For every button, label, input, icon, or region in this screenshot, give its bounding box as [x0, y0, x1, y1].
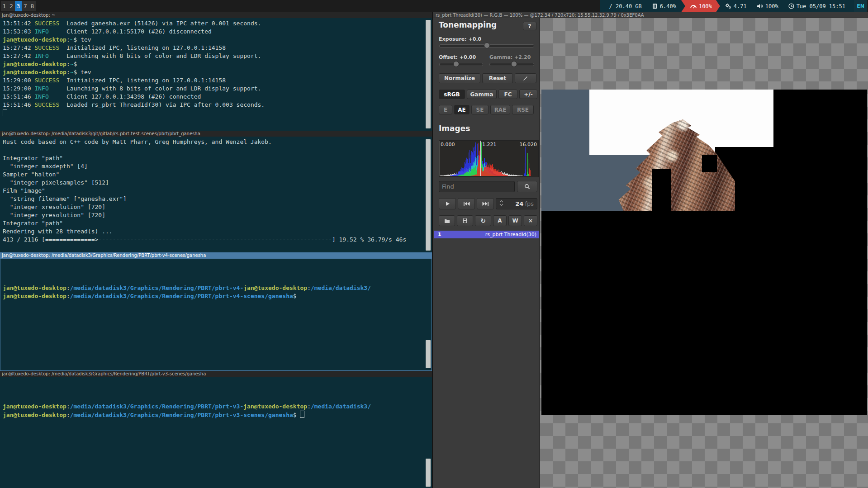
- offset-label: Offset: +0.00: [439, 54, 476, 60]
- rendered-image: [541, 90, 867, 415]
- terminal-line: 15:29:00 SUCCESS Initialized IPC, listen…: [3, 76, 432, 85]
- search-icon: [524, 184, 530, 190]
- play-button[interactable]: [439, 198, 456, 209]
- terminal-line: [3, 260, 432, 268]
- pick-color-button[interactable]: [515, 73, 536, 83]
- terminal-pane-body[interactable]: Rust code based on C++ code by Matt Phar…: [0, 137, 432, 252]
- status-text: / 20.40 GB: [609, 3, 642, 9]
- terminal-scrollbar[interactable]: [426, 139, 431, 251]
- pencil-icon: [523, 76, 528, 81]
- terminal-line: "integer yresolution" [720]: [3, 211, 432, 219]
- metric-se[interactable]: SE: [471, 105, 489, 114]
- metric-rae[interactable]: RAE: [490, 105, 510, 114]
- terminal-scrollbar[interactable]: [426, 459, 431, 487]
- terminal-pane-title[interactable]: jan@tuxedo-desktop: /media/datadisk3/Gra…: [0, 252, 432, 258]
- terminal-scrollbar[interactable]: [426, 340, 431, 368]
- fps-value: 24: [515, 200, 523, 207]
- workspace-button-8[interactable]: 8: [29, 1, 36, 11]
- tonemapping-heading: Tonemapping: [439, 20, 497, 29]
- exposure-slider[interactable]: [439, 44, 534, 47]
- histogram-max-label: 16.020: [520, 142, 537, 147]
- tonemap-mode-fc[interactable]: FC: [498, 90, 517, 99]
- normalize-button[interactable]: Normalize: [439, 73, 480, 83]
- terminal-pane-2[interactable]: jan@tuxedo-desktop: /media/datadisk3/git…: [0, 131, 432, 252]
- offset-slider[interactable]: [439, 63, 483, 66]
- histogram: 0.000 1.221 16.020: [439, 140, 539, 177]
- status-item-clock[interactable]: Tue 05/09 15:51: [783, 0, 850, 12]
- terminal-line: "integer maxdepth" [4]: [3, 162, 432, 171]
- find-button[interactable]: [517, 181, 537, 192]
- terminal-pane-body[interactable]: jan@tuxedo-desktop:/media/datadisk3/Grap…: [0, 377, 432, 488]
- reload-button[interactable]: ↻: [475, 215, 491, 226]
- gamma-slider[interactable]: [489, 63, 534, 66]
- terminal-line: Film "image": [3, 187, 432, 195]
- terminal-line: [3, 386, 432, 394]
- terminal-line: jan@tuxedo-desktop:~$ tev: [3, 36, 432, 44]
- status-item-memory[interactable]: 6.40%: [647, 0, 681, 12]
- terminal-line: jan@tuxedo-desktop:~$: [3, 60, 432, 68]
- terminal-cursor: [3, 109, 7, 116]
- terminal-pane-body[interactable]: 13:51:42 SUCCESS Loaded ganesha.exr (514…: [0, 18, 432, 131]
- terminal-pane-1[interactable]: jan@tuxedo-desktop: ~13:51:42 SUCCESS Lo…: [0, 12, 432, 131]
- tonemap-mode-gamma[interactable]: Gamma: [467, 90, 497, 99]
- status-item-disk[interactable]: / 20.40 GB: [604, 0, 647, 12]
- find-input[interactable]: [439, 181, 515, 192]
- keyboard-layout-badge[interactable]: EN: [854, 0, 867, 12]
- terminal-line: 15:51:46 SUCCESS Loaded rs_pbrt ThreadId…: [3, 101, 432, 109]
- terminal-pane-title[interactable]: jan@tuxedo-desktop: ~: [0, 12, 432, 18]
- skip-start-icon: [463, 201, 470, 206]
- workspace-button-7[interactable]: 7: [22, 1, 29, 11]
- save-image-button[interactable]: [457, 215, 473, 226]
- top-bar: 12378 / 20.40 GB6.40%100%4.71100%Tue 05/…: [0, 0, 868, 12]
- terminal-pane-title[interactable]: jan@tuxedo-desktop: /media/datadisk3/git…: [0, 131, 432, 137]
- floppy-icon: [462, 218, 468, 223]
- workspace-button-3[interactable]: 3: [15, 1, 22, 11]
- terminal-line: "string filename" ["ganesha.exr"]: [3, 195, 432, 203]
- terminal-line: [3, 276, 432, 284]
- terminal-pane-title[interactable]: jan@tuxedo-desktop: /media/datadisk3/Gra…: [0, 371, 432, 377]
- terminal-pane-body[interactable]: jan@tuxedo-desktop:/media/datadisk3/Grap…: [0, 258, 432, 371]
- status-text: Tue 05/09 15:51: [797, 3, 845, 9]
- skip-start-button[interactable]: [458, 198, 475, 209]
- terminal-pane-4[interactable]: jan@tuxedo-desktop: /media/datadisk3/Gra…: [0, 371, 432, 488]
- terminal-line: Rust code based on C++ code by Matt Phar…: [3, 138, 432, 146]
- terminal-pane-3[interactable]: jan@tuxedo-desktop: /media/datadisk3/Gra…: [0, 252, 432, 371]
- image-index: 1: [434, 231, 441, 238]
- tev-window: rs_pbrt ThreadId(30) — R,G,B — 100% — @1…: [432, 12, 868, 488]
- terminal-window[interactable]: jan@tuxedo-desktop: ~13:51:42 SUCCESS Lo…: [0, 12, 432, 488]
- status-item-gears[interactable]: 4.71: [720, 0, 752, 12]
- auto-fit-button[interactable]: A: [493, 215, 507, 226]
- tonemap-mode-srgb[interactable]: sRGB: [439, 90, 465, 99]
- histogram-min-label: 0.000: [441, 142, 455, 147]
- skip-end-button[interactable]: [477, 198, 494, 209]
- gamma-slider-knob[interactable]: [511, 61, 517, 67]
- terminal-line: [3, 268, 432, 276]
- image-list-item[interactable]: 1rs_pbrt ThreadId(30): [434, 231, 539, 238]
- unrendered-tile-notch-2: [702, 155, 717, 172]
- offset-slider-knob[interactable]: [453, 61, 459, 67]
- help-button[interactable]: ?: [523, 22, 536, 30]
- watch-button[interactable]: W: [508, 215, 522, 226]
- metric-rse[interactable]: RSE: [512, 105, 534, 114]
- terminal-line: 15:29:00 INFO Launching with 8 bits of c…: [3, 85, 432, 93]
- auto-fit-label: A: [498, 218, 502, 224]
- status-item-speaker[interactable]: 100%: [752, 0, 783, 12]
- open-file-button[interactable]: [439, 215, 455, 226]
- fps-spinner[interactable]: 24 fps: [496, 198, 537, 209]
- close-image-button[interactable]: ×: [524, 215, 537, 226]
- workspace-button-1[interactable]: 1: [1, 1, 8, 11]
- reset-button[interactable]: Reset: [482, 73, 513, 83]
- image-canvas[interactable]: [540, 18, 868, 488]
- watch-label: W: [512, 218, 518, 224]
- terminal-line: Rendering with 28 thread(s) ...: [3, 227, 432, 236]
- metric-e[interactable]: E: [439, 105, 452, 114]
- images-heading: Images: [439, 124, 470, 133]
- terminal-cursor: [300, 411, 304, 418]
- workspace-button-2[interactable]: 2: [8, 1, 15, 11]
- terminal-line: [3, 109, 432, 117]
- tonemap-mode-[interactable]: +/-: [519, 90, 537, 99]
- terminal-scrollbar[interactable]: [426, 20, 431, 128]
- status-item-gauge[interactable]: 100%: [681, 0, 720, 12]
- exposure-slider-knob[interactable]: [484, 43, 490, 48]
- metric-ae[interactable]: AE: [454, 105, 470, 114]
